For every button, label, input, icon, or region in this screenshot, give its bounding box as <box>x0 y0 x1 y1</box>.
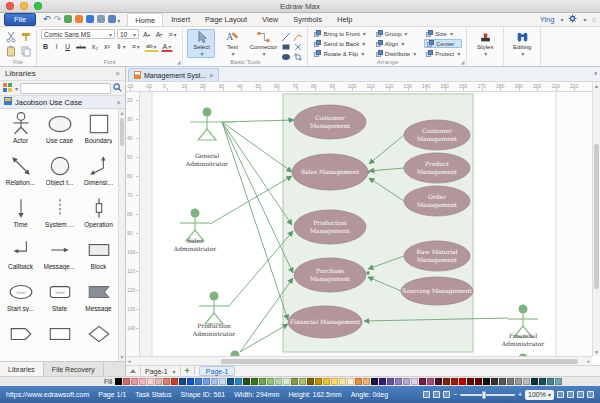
add-page-button[interactable]: + <box>185 366 190 376</box>
use-case-purchase-management[interactable]: PurchaseManagement <box>294 258 366 292</box>
panel-tab-file-recovery[interactable]: File Recovery <box>44 362 104 376</box>
font--button[interactable]: ≡▾ <box>130 42 142 52</box>
text-tool-button[interactable]: A Text▾ <box>218 29 246 58</box>
grow-font-button[interactable]: A▴ <box>141 29 152 39</box>
document-tab[interactable]: Management Syst... × <box>128 68 219 81</box>
page-nav-label[interactable]: Page-1 <box>145 368 168 375</box>
fill-swatch-24[interactable] <box>307 378 314 385</box>
status-task-status[interactable]: Task Status <box>135 391 171 398</box>
tab-insert[interactable]: Insert <box>164 13 197 26</box>
tab-view[interactable]: View <box>255 13 285 26</box>
actor-financial-administrator[interactable]: FinancialAdministrator <box>501 305 545 348</box>
use-case-product-management[interactable]: ProductManagement <box>404 153 470 183</box>
select-tool-button[interactable]: Select▾ <box>187 29 215 58</box>
fill-swatch-13[interactable] <box>219 378 226 385</box>
fill-swatch-27[interactable] <box>331 378 338 385</box>
fill-swatch-20[interactable] <box>275 378 282 385</box>
fill-swatch-50[interactable] <box>515 378 522 385</box>
font-a-button[interactable]: A▾ <box>161 41 174 52</box>
library-section-header[interactable]: Jacobson Use Case × <box>0 96 125 109</box>
library-shape-message[interactable]: Message... <box>40 235 79 277</box>
use-case-customer-management[interactable]: CustomerManagement <box>294 105 366 139</box>
library-shape-object-t[interactable]: Object t... <box>40 151 79 193</box>
document-tab-close-icon[interactable]: × <box>209 72 213 79</box>
fill-swatch-23[interactable] <box>299 378 306 385</box>
fill-swatch-28[interactable] <box>339 378 346 385</box>
full-screen-view-icon[interactable] <box>443 391 450 398</box>
tab-help[interactable]: Help <box>330 13 359 26</box>
font-abc-button[interactable]: abc <box>74 42 88 52</box>
editing-button[interactable]: Editing▾ <box>508 29 536 58</box>
font-name-select[interactable]: Comic Sans MS▾ <box>41 29 115 39</box>
fill-swatch-25[interactable] <box>315 378 322 385</box>
fill-swatch-52[interactable] <box>531 378 538 385</box>
panel-tab-libraries[interactable]: Libraries <box>0 362 44 376</box>
library-shape-block[interactable]: Block <box>79 235 118 277</box>
zoom-slider[interactable] <box>460 394 515 396</box>
save-icon[interactable] <box>86 15 94 25</box>
fill-swatch-35[interactable] <box>395 378 402 385</box>
library-shape-message[interactable]: Message <box>79 277 118 319</box>
vertical-scrollbar[interactable]: ▲▼ <box>592 82 600 356</box>
copy-icon[interactable] <box>19 45 32 57</box>
fill-swatch-38[interactable] <box>419 378 426 385</box>
fill-swatch-32[interactable] <box>371 378 378 385</box>
connector-tool-button[interactable]: Connector▾ <box>249 29 277 58</box>
connector-line[interactable] <box>240 324 288 352</box>
library-picker-icon[interactable] <box>3 83 12 94</box>
fill-swatch-6[interactable] <box>163 378 170 385</box>
account-name[interactable]: Ying <box>540 15 555 24</box>
horizontal-scrollbar[interactable]: ◂▸ <box>126 356 592 365</box>
font-u-button[interactable]: U <box>63 42 72 52</box>
erase-tool-icon[interactable] <box>292 42 303 51</box>
fill-swatch-21[interactable] <box>283 378 290 385</box>
library-shape-rectlabel[interactable] <box>40 319 79 361</box>
tab-page-layout[interactable]: Page Layout <box>198 13 254 26</box>
library-scrollbar[interactable]: ▲▼ <box>118 109 125 361</box>
arrange-dialog-launcher-icon[interactable]: ◢ <box>460 59 464 65</box>
fill-swatch-46[interactable] <box>483 378 490 385</box>
fill-swatch-19[interactable] <box>267 378 274 385</box>
page-break-view-icon[interactable] <box>433 391 440 398</box>
fill-swatch-30[interactable] <box>355 378 362 385</box>
file-menu-button[interactable]: File <box>4 13 36 26</box>
undo-icon[interactable]: ↶ <box>43 15 51 24</box>
print-icon[interactable] <box>97 15 105 25</box>
use-case-raw-material-management[interactable]: Raw MaterialManagement <box>404 241 470 271</box>
home-icon[interactable]: ⌂ <box>591 15 596 24</box>
search-icon[interactable] <box>113 83 122 94</box>
fill-swatch-34[interactable] <box>387 378 394 385</box>
zoom-area-icon[interactable] <box>577 391 584 398</box>
fill-swatch-5[interactable] <box>155 378 162 385</box>
use-case-financial-management[interactable]: Financial Management <box>288 306 362 338</box>
normal-view-icon[interactable] <box>423 391 430 398</box>
fill-swatch-49[interactable] <box>507 378 514 385</box>
protect-button[interactable]: Protect▾ <box>424 49 462 58</box>
library-section-close-icon[interactable]: × <box>117 98 121 107</box>
font-x-button[interactable]: x² <box>102 42 112 52</box>
font-x-button[interactable]: x₂ <box>90 42 100 52</box>
library-shape-system[interactable]: System ... <box>40 193 79 235</box>
library-shape-diamond[interactable] <box>79 319 118 361</box>
zoom-in-button[interactable]: + <box>518 391 522 398</box>
library-shape-time[interactable]: Time <box>1 193 40 235</box>
libraries-close-icon[interactable]: × <box>115 69 120 78</box>
align-button[interactable]: ≡▾ <box>166 29 178 39</box>
fill-swatch-37[interactable] <box>411 378 418 385</box>
library-shape-use-case[interactable]: Use case <box>40 109 79 151</box>
tab-symbols[interactable]: Symbols <box>286 13 329 26</box>
fill-swatch-3[interactable] <box>139 378 146 385</box>
library-shape-state[interactable]: StateState <box>40 277 79 319</box>
font-b-button[interactable]: B <box>41 42 50 52</box>
fill-swatch-12[interactable] <box>211 378 218 385</box>
use-case-customer-management[interactable]: CustomerManagement <box>404 120 470 150</box>
styles-button[interactable]: Styles▾ <box>471 29 499 58</box>
fill-swatch-1[interactable] <box>123 378 130 385</box>
fill-swatch-36[interactable] <box>403 378 410 385</box>
diagram-canvas[interactable]: CustomerManagementSales ManagementProduc… <box>140 92 592 356</box>
fill-swatch-15[interactable] <box>235 378 242 385</box>
use-case-order-management[interactable]: OrderManagement <box>404 186 470 216</box>
library-shape-start-sy[interactable]: StartStart sy... <box>1 277 40 319</box>
library-search-input[interactable] <box>20 83 111 94</box>
paste-icon[interactable] <box>4 45 17 57</box>
